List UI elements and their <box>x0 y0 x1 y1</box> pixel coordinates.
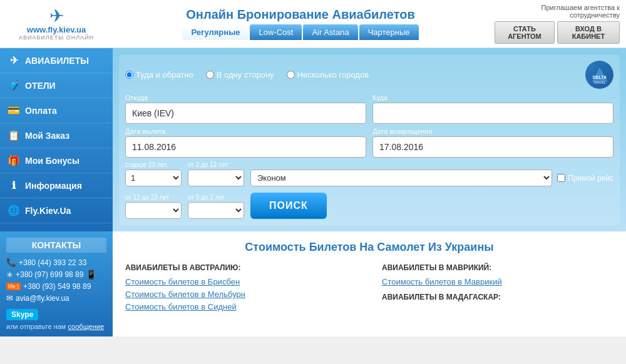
skype-button[interactable]: Skype <box>6 309 38 320</box>
contact-message[interactable]: или отправьте нам сообщение <box>6 323 106 330</box>
radio-roundtrip-input[interactable] <box>125 71 133 79</box>
section-title-madagascar: АВИАБИЛЕТЫ В МАДАГАСКАР: <box>382 293 613 301</box>
globe-icon: 🌐 <box>8 205 20 216</box>
radio-oneway-input[interactable] <box>206 71 214 79</box>
sidebar-item-hotels[interactable]: 🧳 ОТЕЛИ <box>0 73 113 98</box>
life-badge: life:) <box>6 283 21 290</box>
direct-label: Прямой рейс <box>568 174 613 183</box>
child-group: от 2 до 12 лет 123 <box>188 161 244 186</box>
section-title-australia: АВИАБИЛЕТЫ В АВСТРАЛИЮ: <box>125 263 357 272</box>
star-icon: ✳ <box>6 270 13 280</box>
content-area: Туда и обратно В одну сторону Несколько … <box>113 48 626 231</box>
contact-phone3: life:) +380 (93) 549 98 89 <box>6 282 106 291</box>
logo-sub: АВИАБИЛЕТЫ ОНЛАЙН <box>19 34 94 41</box>
header-promo: Приглашаем агентства к сотрудничеству <box>495 4 620 19</box>
phone-icon: 📞 <box>6 258 16 267</box>
login-button[interactable]: ВХОД В КАБИНЕТ <box>557 21 620 44</box>
plane-icon: ✈ <box>8 54 20 66</box>
depart-input[interactable] <box>125 136 366 158</box>
bonus-icon: 🎁 <box>8 154 20 166</box>
order-icon: 📋 <box>8 129 20 141</box>
link-melbourne[interactable]: Стоимость билетов в Мельбурн <box>125 290 357 299</box>
search-button[interactable]: ПОИСК <box>250 193 327 219</box>
sidebar-label-bonuses: Мои Бонусы <box>25 156 80 166</box>
header-right: Приглашаем агентства к сотрудничеству СТ… <box>495 4 620 44</box>
payment-icon: 💳 <box>8 104 20 116</box>
sidebar-label-tickets: АВИАБИЛЕТЫ <box>25 56 89 66</box>
youth-group: от 12 до 23 лет 12 <box>125 194 182 219</box>
sidebar-label-myorder: Мой Заказ <box>25 131 69 141</box>
dates-row: Дата вылета Дата возвращения <box>125 128 613 158</box>
contact-phone1: 📞 +380 (44) 393 22 33 <box>6 258 106 267</box>
articles-columns: АВИАБИЛЕТЫ В АВСТРАЛИЮ: Стоимость билето… <box>125 263 613 315</box>
return-group: Дата возвращения <box>372 128 613 158</box>
plane-icon: ✈ <box>49 8 64 25</box>
email-icon: ✉ <box>6 293 13 303</box>
main-layout: ✈ АВИАБИЛЕТЫ 🧳 ОТЕЛИ 💳 Оплата 📋 Мой Зака… <box>0 48 626 231</box>
skype-area: Skype <box>6 306 106 320</box>
link-brisbane[interactable]: Стоимость билетов в Брисбен <box>125 277 357 286</box>
articles-title: Стоимость Билетов На Самолет Из Украины <box>125 241 613 254</box>
sidebar-item-bonuses[interactable]: 🎁 Мои Бонусы <box>0 148 113 173</box>
from-group: Откуда <box>125 94 366 124</box>
contacts-title: КОНТАКТЫ <box>6 238 106 253</box>
passengers-row: старше 23 лет 1234 от 2 до 12 лет 123 Эк… <box>125 161 613 186</box>
viber-icon: 📱 <box>86 270 96 280</box>
sidebar: ✈ АВИАБИЛЕТЫ 🧳 ОТЕЛИ 💳 Оплата 📋 Мой Зака… <box>0 48 113 231</box>
radio-multicity-input[interactable] <box>287 71 295 79</box>
contact-email[interactable]: ✉ avia@fly.kiev.ua <box>6 293 106 303</box>
direct-flight-check[interactable]: Прямой рейс <box>557 174 613 183</box>
to-input[interactable] <box>372 103 613 124</box>
link-mauritius[interactable]: Стоимость билетов в Маврикий <box>382 277 613 286</box>
direct-checkbox[interactable] <box>557 174 565 182</box>
hotel-icon: 🧳 <box>8 79 20 91</box>
radio-oneway-label: В одну сторону <box>217 70 274 79</box>
sidebar-item-myorder[interactable]: 📋 Мой Заказ <box>0 123 113 148</box>
youth-select[interactable]: 12 <box>125 202 182 219</box>
child-select[interactable]: 123 <box>188 169 244 186</box>
class-direct-row: Эконом Бизнес Прямой рейс <box>250 169 613 186</box>
adult-label: старше 23 лет <box>125 161 182 168</box>
sidebar-item-info[interactable]: ℹ Информация <box>0 173 113 198</box>
tab-regular[interactable]: Регулярные <box>182 24 249 40</box>
nav-tabs: Регулярные Low-Cost Air Astana Чартерные <box>106 24 495 40</box>
sidebar-item-payment[interactable]: 💳 Оплата <box>0 98 113 123</box>
radio-roundtrip[interactable]: Туда и обратно <box>125 70 193 79</box>
sidebar-item-tickets[interactable]: ✈ АВИАБИЛЕТЫ <box>0 48 113 73</box>
become-agent-button[interactable]: СТАТЬ АГЕНТОМ <box>495 21 555 44</box>
from-to-row: Откуда Куда <box>125 94 613 124</box>
delta-logo: DELTA TRAVEL <box>585 61 613 89</box>
class-select[interactable]: Эконом Бизнес <box>250 169 552 186</box>
article-column-right: АВИАБИЛЕТЫ В МАВРИКИЙ: Стоимость билетов… <box>382 263 613 315</box>
articles-area: Стоимость Билетов На Самолет Из Украины … <box>113 231 626 336</box>
infant-label: от 0 до 2 лет <box>188 194 244 201</box>
return-input[interactable] <box>372 136 613 158</box>
radio-oneway[interactable]: В одну сторону <box>206 70 274 79</box>
return-label: Дата возвращения <box>372 128 613 135</box>
from-input[interactable] <box>125 103 366 124</box>
logo-area: ✈ www.fly.kiev.ua АВИАБИЛЕТЫ ОНЛАЙН <box>6 8 106 41</box>
adult-select[interactable]: 1234 <box>125 169 182 186</box>
info-icon: ℹ <box>8 179 20 191</box>
sidebar-label-hotels: ОТЕЛИ <box>25 81 56 91</box>
svg-text:TRAVEL: TRAVEL <box>593 81 606 84</box>
message-link[interactable]: сообщение <box>68 323 104 330</box>
child-label: от 2 до 12 лет <box>188 161 244 168</box>
radio-roundtrip-label: Туда и обратно <box>136 70 193 79</box>
adult-group: старше 23 лет 1234 <box>125 161 182 186</box>
sidebar-item-flykievua[interactable]: 🌐 Fly.Kiev.Ua <box>0 198 113 223</box>
article-column-left: АВИАБИЛЕТЫ В АВСТРАЛИЮ: Стоимость билето… <box>125 263 357 315</box>
bottom-section: КОНТАКТЫ 📞 +380 (44) 393 22 33 ✳ +380 (9… <box>0 231 626 336</box>
tab-lowcost[interactable]: Low-Cost <box>250 24 302 40</box>
contact-phone2: ✳ +380 (97) 699 98 89 📱 <box>6 270 106 280</box>
svg-text:DELTA: DELTA <box>592 75 606 79</box>
infant-select[interactable]: 12 <box>188 202 244 219</box>
header-center: Онлайн Бронирование Авиабилетов Регулярн… <box>106 8 495 40</box>
tab-charter[interactable]: Чартерные <box>359 24 419 40</box>
search-form: Туда и обратно В одну сторону Несколько … <box>119 54 620 225</box>
radio-multicity[interactable]: Несколько городов <box>287 70 369 79</box>
tab-airastana[interactable]: Air Astana <box>303 24 357 40</box>
link-sydney[interactable]: Стоимость билетов в Сидней <box>125 302 357 311</box>
to-label: Куда <box>372 94 613 101</box>
sidebar-label-flykievua: Fly.Kiev.Ua <box>25 206 71 216</box>
